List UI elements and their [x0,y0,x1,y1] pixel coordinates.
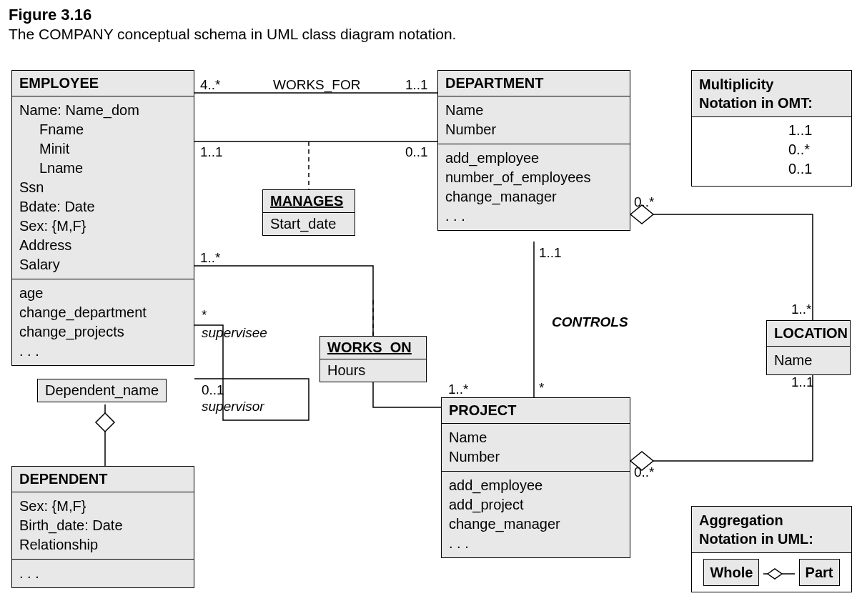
op: change_projects [19,322,187,342]
legend-uml-agg: Aggregation Notation in UML: Whole Part [691,506,852,592]
legend-omt-t2: Notation in OMT: [699,95,813,111]
class-department-attrs: Name Number [438,96,630,144]
op: add_employee [445,149,623,168]
role-supervisee: supervisee [202,325,267,341]
mult: 0..* [634,194,655,210]
mult: * [539,380,544,396]
attr: Sex: {M,F} [19,497,187,516]
mult: 1..* [791,302,812,317]
class-location-title: LOCATION [767,321,850,347]
op: number_of_employees [445,168,623,187]
qualifier-dependent-name: Dependent_name [37,379,167,402]
assoc-manages-title: MANAGES [263,190,355,213]
mult: 0..* [634,465,655,480]
class-department: DEPARTMENT Name Number add_employee numb… [437,70,630,231]
svg-marker-5 [96,413,114,432]
class-project-title: PROJECT [442,398,630,424]
op: . . . [445,207,623,226]
role-supervisor: supervisor [202,399,264,414]
assoc-workson-title: WORKS_ON [320,337,426,359]
op: age [19,284,187,303]
op: change_manager [445,187,623,207]
attr: Number [445,120,623,139]
op: change_department [19,303,187,322]
attr: Sex: {M,F} [19,217,187,236]
attr: Address [19,236,187,255]
op: add_project [449,495,623,515]
mult: 1..1 [405,77,428,93]
legend-uml-t1: Aggregation [699,512,783,528]
figure-caption: The COMPANY conceptual schema in UML cla… [9,26,853,43]
attr: Name: Name_dom [19,101,187,120]
mult: 1..* [200,250,221,266]
attr: Salary [19,255,187,274]
attr: Minit [19,139,187,159]
class-employee-attrs: Name: Name_dom Fname Minit Lname Ssn Bda… [12,96,194,279]
diagram-canvas: EMPLOYEE Name: Name_dom Fname Minit Lnam… [9,64,852,616]
class-dependent-title: DEPENDENT [12,467,194,492]
mult: 0..1 [202,382,224,398]
class-employee-ops: age change_department change_projects . … [12,279,194,365]
figure-number: Figure 3.16 [9,6,853,24]
assoc-workson: WORKS_ON Hours [319,336,427,382]
attr: Lname [19,159,187,178]
attr: Birth_date: Date [19,516,187,535]
class-department-ops: add_employee number_of_employees change_… [438,144,630,230]
assoc-name-worksfor: WORKS_FOR [273,77,360,93]
assoc-workson-attr: Hours [320,359,426,382]
legend-omt: Multiplicity Notation in OMT: 1..1 0..* … [691,70,852,187]
attr: Bdate: Date [19,197,187,217]
mult: 4..* [200,77,221,93]
class-project: PROJECT Name Number add_employee add_pro… [441,397,630,558]
svg-marker-14 [768,569,782,579]
attr: Name [445,101,623,120]
mult: 1..1 [539,245,562,261]
op: . . . [19,342,187,361]
class-dependent-ops: . . . [12,560,194,587]
attr: Ssn [19,178,187,197]
diamond-icon [763,567,795,580]
legend-uml-t2: Notation in UML: [699,531,813,547]
mult: 0..1 [405,144,428,160]
assoc-manages-attr: Start_date [263,213,355,235]
legend-omt-t1: Multiplicity [699,76,773,92]
assoc-name-controls: CONTROLS [552,314,628,330]
mult: 1..1 [791,374,814,390]
attr: Number [449,447,623,467]
class-dependent: DEPENDENT Sex: {M,F} Birth_date: Date Re… [11,466,194,588]
class-department-title: DEPARTMENT [438,71,630,96]
legend-row: 0..1 [788,157,812,180]
class-location: LOCATION Name [766,320,851,375]
class-project-attrs: Name Number [442,424,630,472]
assoc-manages: MANAGES Start_date [262,189,355,236]
attr: Name [767,347,850,374]
attr: Name [449,428,623,447]
legend-uml-title: Aggregation Notation in UML: [692,507,851,553]
op: change_manager [449,515,623,534]
class-dependent-attrs: Sex: {M,F} Birth_date: Date Relationship [12,492,194,560]
op: . . . [449,534,623,553]
attr: Relationship [19,535,187,555]
class-employee-title: EMPLOYEE [12,71,194,96]
class-employee: EMPLOYEE Name: Name_dom Fname Minit Lnam… [11,70,194,366]
legend-part: Part [799,559,840,586]
legend-whole: Whole [703,559,759,586]
mult: 1..* [448,382,469,397]
mult: 1..1 [200,144,223,160]
legend-omt-title: Multiplicity Notation in OMT: [692,71,851,117]
op: add_employee [449,476,623,495]
class-project-ops: add_employee add_project change_manager … [442,472,630,557]
mult: * [202,307,207,323]
attr: Fname [19,120,187,139]
